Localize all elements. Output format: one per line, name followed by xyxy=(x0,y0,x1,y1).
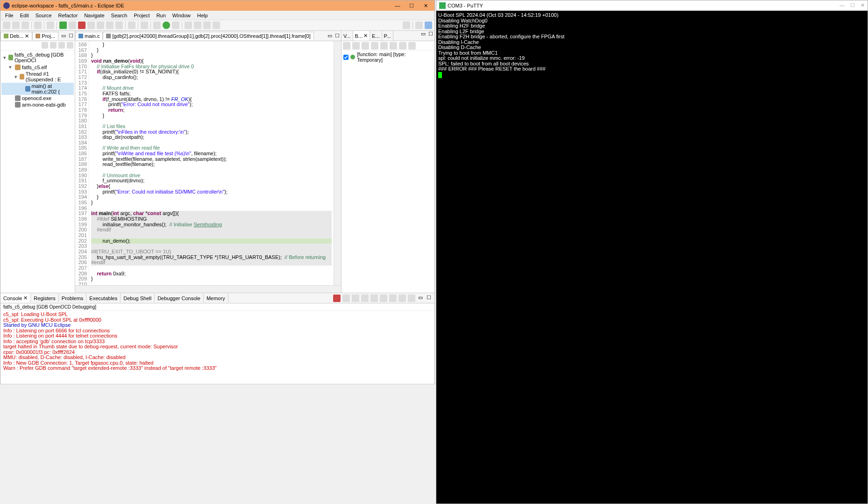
tab-registers[interactable]: Registers xyxy=(31,294,58,302)
new-button[interactable] xyxy=(3,22,10,29)
bp-checkbox[interactable] xyxy=(343,55,349,60)
putty-terminal[interactable]: U-Boot SPL 2024.04 (Oct 03 2024 - 14:52:… xyxy=(436,11,868,504)
console-display-icon[interactable] xyxy=(389,295,397,302)
console-open-icon[interactable] xyxy=(398,295,406,302)
tree-frame[interactable]: main() at main.c:202 ( xyxy=(32,83,74,94)
menu-project[interactable]: Project xyxy=(131,12,152,19)
editor-hscrollbar[interactable] xyxy=(75,286,341,293)
minimize-console-icon[interactable]: ▭ xyxy=(417,295,424,302)
run-button[interactable] xyxy=(163,22,170,29)
menu-navigate[interactable]: Navigate xyxy=(81,12,107,19)
menu-window[interactable]: Window xyxy=(170,12,193,19)
tab-executables[interactable]: Executables xyxy=(86,294,121,302)
minimize-bp-icon[interactable]: ▭ xyxy=(420,31,427,41)
disconnect-button[interactable] xyxy=(87,22,95,29)
bp-expand-icon[interactable] xyxy=(380,42,388,50)
restart-button[interactable] xyxy=(141,22,148,29)
debug-tree[interactable]: ▾fatfs_c5_debug [GDB OpenOCI ▾fatfs_c5.e… xyxy=(0,50,75,109)
close-button[interactable]: ✕ xyxy=(421,3,430,9)
new-target-button[interactable] xyxy=(185,22,192,29)
terminate-button[interactable] xyxy=(78,22,85,29)
step-into-button[interactable] xyxy=(97,22,104,29)
quick-access-button[interactable] xyxy=(403,22,410,29)
console-wordwrap-icon[interactable] xyxy=(370,295,378,302)
toggle-mark-button[interactable] xyxy=(213,22,220,29)
perspective-cpp-button[interactable] xyxy=(415,22,423,29)
bp-menu-icon[interactable] xyxy=(408,42,416,50)
minimize-editor-icon[interactable]: ▭ xyxy=(326,33,334,39)
bp-skip-icon[interactable] xyxy=(371,42,378,50)
menu-source[interactable]: Source xyxy=(33,12,55,19)
console-scrolllock-icon[interactable] xyxy=(361,295,369,302)
bp-collapse-icon[interactable] xyxy=(390,42,397,50)
menu-file[interactable]: File xyxy=(2,12,16,19)
console-pin-icon[interactable] xyxy=(380,295,387,302)
bp-removeall-icon[interactable] xyxy=(352,42,360,50)
putty-maximize-button[interactable]: ☐ xyxy=(850,2,855,8)
code-editor[interactable]: 1661671681691701711721731741751761771781… xyxy=(75,41,341,285)
bp-link-icon[interactable] xyxy=(399,42,406,50)
maximize-bp-icon[interactable]: ☐ xyxy=(427,31,434,41)
menu-edit[interactable]: Edit xyxy=(17,12,32,19)
maximize-view-icon[interactable]: ☐ xyxy=(67,33,75,39)
console-new-icon[interactable] xyxy=(408,295,415,302)
tree-gdb[interactable]: arm-none-eabi-gdb xyxy=(22,102,66,108)
tab-variables[interactable]: V... xyxy=(342,31,353,41)
tab-problems[interactable]: Problems xyxy=(59,294,86,302)
step-over-button[interactable] xyxy=(106,22,114,29)
minimize-view-icon[interactable]: ▭ xyxy=(60,33,67,39)
suspend-button[interactable] xyxy=(69,22,76,29)
breakpoint-item[interactable]: [function: main] [type: Temporary] xyxy=(342,50,434,64)
editor-tab-mainc[interactable]: main.c xyxy=(75,32,103,40)
editor-tab-thread[interactable]: [gdb[2].proc[42000].threadGroup[i1],gdb[… xyxy=(103,32,313,40)
console-terminate-icon[interactable] xyxy=(333,295,341,302)
perspective-debug-button[interactable] xyxy=(425,22,432,29)
save-all-button[interactable] xyxy=(21,22,29,29)
skip-bp-button[interactable] xyxy=(47,22,54,29)
tab-console[interactable]: Console✕ xyxy=(0,294,31,302)
tab-debug[interactable]: Deb...✕ xyxy=(0,32,32,40)
profile-button[interactable] xyxy=(172,22,179,29)
debug-tb-btn1[interactable] xyxy=(42,42,48,49)
maximize-console-icon[interactable]: ☐ xyxy=(425,295,433,302)
putty-titlebar[interactable]: COM3 - PuTTY — ☐ ✕ xyxy=(436,0,868,11)
minimize-button[interactable]: — xyxy=(393,3,402,9)
tree-launch[interactable]: fatfs_c5_debug [GDB OpenOCI xyxy=(14,52,74,63)
tree-openocd[interactable]: openocd.exe xyxy=(22,95,51,101)
menu-help[interactable]: Help xyxy=(194,12,211,19)
maximize-button[interactable]: ☐ xyxy=(407,3,416,9)
menu-search[interactable]: Search xyxy=(108,12,130,19)
menu-refactor[interactable]: Refactor xyxy=(56,12,81,19)
console-clear-icon[interactable] xyxy=(352,295,359,302)
menu-run[interactable]: Run xyxy=(154,12,169,19)
step-return-button[interactable] xyxy=(115,22,123,29)
tab-peripherals[interactable]: P... xyxy=(382,31,393,41)
bp-remove-icon[interactable] xyxy=(343,42,350,50)
tab-expressions[interactable]: E... xyxy=(370,31,382,41)
open-type-button[interactable] xyxy=(194,22,201,29)
tab-debugger-console[interactable]: Debugger Console xyxy=(155,294,204,302)
bp-goto-icon[interactable] xyxy=(362,42,369,50)
console-removeall-icon[interactable] xyxy=(342,295,350,302)
debug-tb-btn3[interactable] xyxy=(58,42,65,49)
tab-debug-shell[interactable]: Debug Shell xyxy=(121,294,155,302)
tab-breakpoints[interactable]: B...✕ xyxy=(353,31,370,41)
putty-minimize-button[interactable]: — xyxy=(840,2,845,8)
search-button[interactable] xyxy=(203,22,211,29)
debug-tb-btn2[interactable] xyxy=(50,42,57,49)
resume-button[interactable] xyxy=(59,22,67,29)
view-menu-icon[interactable] xyxy=(67,42,73,49)
eclipse-titlebar[interactable]: eclipse-workspace - fatfs_c5/main.c - Ec… xyxy=(0,0,434,11)
tab-project-explorer[interactable]: Proj... xyxy=(32,32,58,40)
putty-close-button[interactable]: ✕ xyxy=(861,2,865,8)
console-output[interactable]: c5_spl: Loading U-Boot SPLc5_spl: Execut… xyxy=(0,311,434,384)
tree-elf[interactable]: fatfs_c5.elf xyxy=(22,65,47,70)
save-button[interactable] xyxy=(12,22,20,29)
editor-vscrollbar[interactable] xyxy=(334,41,341,285)
maximize-editor-icon[interactable]: ☐ xyxy=(334,33,341,39)
tab-memory[interactable]: Memory xyxy=(204,294,228,302)
build-button[interactable] xyxy=(34,22,42,29)
debug-button[interactable] xyxy=(153,22,161,29)
tree-thread[interactable]: Thread #1 (Suspended : E xyxy=(26,71,74,82)
instr-step-button[interactable] xyxy=(128,22,135,29)
